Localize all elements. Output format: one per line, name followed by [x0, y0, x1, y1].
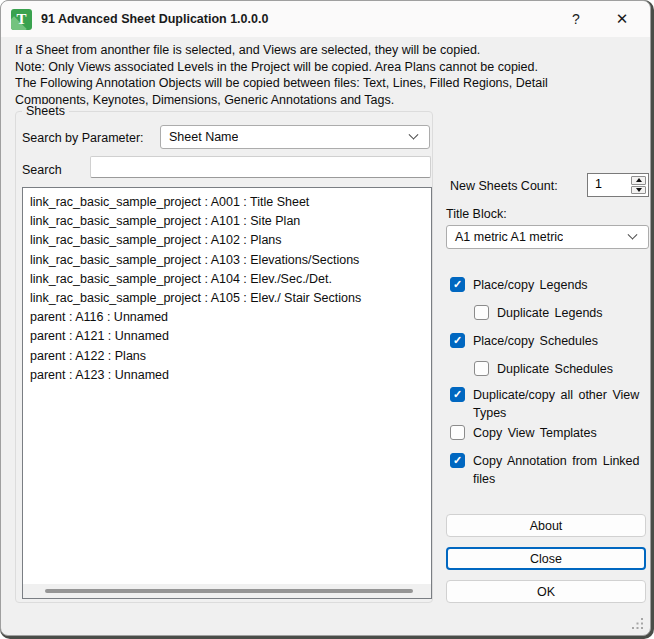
dialog-window: T 91 Advanced Sheet Duplication 1.0.0.0 …	[0, 0, 651, 636]
checkbox-duplicate-legends[interactable]: ✓ Duplicate Legends	[474, 304, 603, 322]
ok-button[interactable]: OK	[446, 580, 646, 603]
checkbox-icon[interactable]: ✓	[450, 453, 465, 468]
check-icon: ✓	[453, 335, 462, 346]
title-bar[interactable]: T 91 Advanced Sheet Duplication 1.0.0.0 …	[1, 1, 650, 37]
checkbox-label: Copy Annotation from Linked files	[473, 452, 641, 488]
new-sheets-count-label: New Sheets Count:	[450, 179, 558, 193]
checkbox-icon[interactable]: ✓	[450, 425, 465, 440]
checkbox-duplicate-schedules[interactable]: ✓ Duplicate Schedules	[474, 360, 613, 378]
search-label: Search	[22, 163, 62, 177]
checkbox-duplicate-copy-all-other-view-types[interactable]: ✓ Duplicate/copy all other View Types	[450, 386, 641, 422]
list-item[interactable]: parent : A121 : Unnamed	[30, 327, 431, 346]
close-button[interactable]: Close	[446, 547, 646, 570]
checkbox-label: Copy View Templates	[473, 424, 597, 442]
window-frame: T 91 Advanced Sheet Duplication 1.0.0.0 …	[0, 0, 654, 639]
checkbox-copy-view-templates[interactable]: ✓ Copy View Templates	[450, 424, 597, 442]
checkbox-icon[interactable]: ✓	[450, 277, 465, 292]
info-line-2: Note: Only Views associated Levels in th…	[15, 59, 641, 76]
checkbox-icon[interactable]: ✓	[474, 361, 489, 376]
checkbox-place-copy-schedules[interactable]: ✓ Place/copy Schedules	[450, 332, 598, 350]
new-sheets-count-stepper[interactable]: 1	[587, 173, 649, 197]
check-icon: ✓	[453, 389, 462, 400]
list-item[interactable]: parent : A123 : Unnamed	[30, 366, 431, 385]
sheets-listbox[interactable]: link_rac_basic_sample_project : A001 : T…	[22, 187, 432, 599]
title-block-combobox[interactable]: A1 metric A1 metric	[446, 225, 649, 249]
info-line-4: Components, Keynotes, Dimensions, Generi…	[15, 92, 641, 109]
resize-grip-icon[interactable]	[631, 617, 644, 630]
info-text: If a Sheet from anonther file is selecte…	[15, 42, 641, 108]
search-input[interactable]	[90, 156, 431, 178]
info-line-1: If a Sheet from anonther file is selecte…	[15, 42, 641, 59]
stepper-down-button[interactable]	[631, 186, 646, 195]
checkbox-label: Duplicate Legends	[497, 304, 603, 322]
checkbox-label: Duplicate Schedules	[497, 360, 613, 378]
search-by-parameter-label: Search by Parameter:	[22, 131, 144, 145]
list-item[interactable]: link_rac_basic_sample_project : A103 : E…	[30, 251, 431, 270]
list-item[interactable]: link_rac_basic_sample_project : A104 : E…	[30, 270, 431, 289]
app-logo-letter: T	[11, 9, 32, 30]
arrow-up-icon	[636, 178, 642, 182]
list-item[interactable]: parent : A122 : Plans	[30, 347, 431, 366]
list-item[interactable]: link_rac_basic_sample_project : A102 : P…	[30, 231, 431, 250]
title-block-combobox-value: A1 metric A1 metric	[447, 230, 563, 244]
horizontal-scrollbar[interactable]	[23, 584, 431, 598]
help-button[interactable]: ?	[554, 1, 598, 37]
checkbox-label: Place/copy Legends	[473, 276, 588, 294]
checkbox-copy-annotation-from-linked-files[interactable]: ✓ Copy Annotation from Linked files	[450, 452, 641, 488]
new-sheets-count-value: 1	[595, 177, 602, 191]
checkbox-icon[interactable]: ✓	[474, 305, 489, 320]
about-button[interactable]: About	[446, 514, 646, 537]
window-title: 91 Advanced Sheet Duplication 1.0.0.0	[41, 12, 268, 26]
checkbox-place-copy-legends[interactable]: ✓ Place/copy Legends	[450, 276, 588, 294]
check-icon: ✓	[453, 279, 462, 290]
chevron-down-icon	[409, 129, 419, 139]
parameter-combobox[interactable]: Sheet Name	[160, 125, 430, 149]
parameter-combobox-value: Sheet Name	[161, 130, 238, 144]
chevron-down-icon	[628, 229, 638, 239]
checkbox-label: Place/copy Schedules	[473, 332, 598, 350]
sheets-groupbox: Sheets Search by Parameter: Sheet Name S…	[15, 111, 433, 603]
sheets-groupbox-label: Sheets	[22, 104, 69, 118]
arrow-down-icon	[636, 188, 642, 192]
title-block-label: Title Block:	[446, 207, 507, 221]
list-item[interactable]: link_rac_basic_sample_project : A001 : T…	[30, 193, 431, 212]
info-line-3: The Following Annotation Objects will be…	[15, 75, 641, 92]
stepper-buttons	[630, 175, 647, 195]
list-item[interactable]: link_rac_basic_sample_project : A101 : S…	[30, 212, 431, 231]
close-window-icon[interactable]: ✕	[598, 1, 646, 37]
app-icon: T	[11, 9, 32, 30]
checkbox-icon[interactable]: ✓	[450, 387, 465, 402]
horizontal-scrollbar-thumb[interactable]	[45, 589, 413, 593]
check-icon: ✓	[453, 455, 462, 466]
list-item[interactable]: link_rac_basic_sample_project : A105 : E…	[30, 289, 431, 308]
sheets-list: link_rac_basic_sample_project : A001 : T…	[23, 188, 431, 385]
list-item[interactable]: parent : A116 : Unnamed	[30, 308, 431, 327]
checkbox-icon[interactable]: ✓	[450, 333, 465, 348]
stepper-up-button[interactable]	[631, 176, 646, 185]
checkbox-label: Duplicate/copy all other View Types	[473, 386, 641, 422]
titlebar-buttons: ? ✕	[554, 1, 650, 37]
